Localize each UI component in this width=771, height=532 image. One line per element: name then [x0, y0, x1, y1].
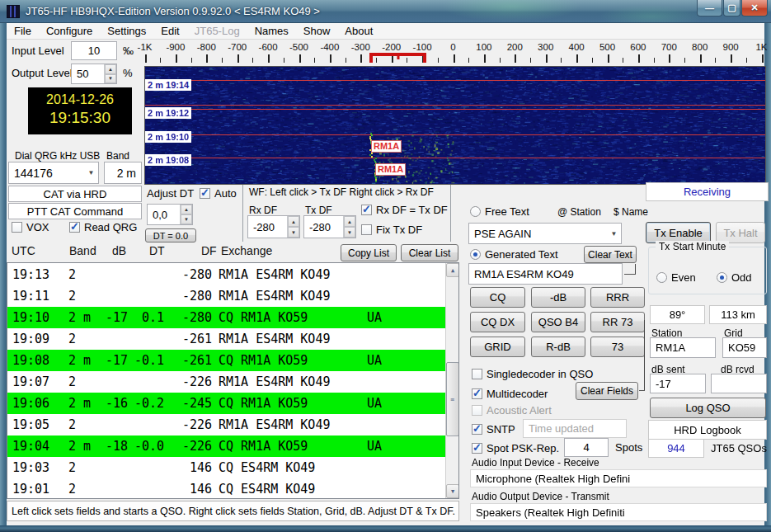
fix-tx-df-checkbox[interactable]: Fix Tx DF [361, 224, 422, 236]
table-row[interactable]: 19:102 m-170.1-280CQ RM1A KO59UA [7, 307, 445, 328]
menu-item-configure[interactable]: Configure [39, 23, 100, 40]
dial-qrg-combo[interactable]: 144176 ▼ [8, 162, 99, 184]
adjust-dt-auto-checkbox[interactable]: Auto [200, 187, 237, 200]
read-qrg-checkbox-box[interactable] [69, 222, 80, 233]
sntp-checkbox-box[interactable] [472, 424, 482, 435]
df-marker-bracket[interactable] [369, 53, 426, 63]
ptt-cat-command-field[interactable]: PTT CAT Command [8, 203, 142, 219]
menu-item-edit[interactable]: Edit [153, 23, 186, 40]
singledecoder-checkbox[interactable]: Singledecoder in QSO [472, 368, 593, 380]
clear-list-button[interactable]: Clear List [401, 244, 458, 261]
free-text-combo[interactable]: PSE AGAIN ▼ [468, 223, 622, 244]
table-row[interactable]: 19:012146CQ ES4RM KO49 [7, 478, 445, 499]
grid-field[interactable]: KO59 [722, 337, 767, 358]
macro-button-r-db[interactable]: R-dB [531, 337, 585, 357]
rx-df-stepper[interactable]: -280 ▲▼ [247, 215, 300, 238]
macro-button-rrr[interactable]: RRR [590, 287, 645, 308]
table-row[interactable]: 19:062 m-16-0.2-245CQ RM1A KO59UA [7, 393, 445, 414]
waterfall-callsign-label[interactable]: RM1A [375, 163, 406, 176]
menu-item-file[interactable]: File [7, 23, 39, 40]
vox-checkbox-box[interactable] [12, 222, 22, 233]
free-text-radio-box[interactable] [470, 206, 481, 217]
table-row[interactable]: 19:042 m-18-0.0-226CQ RM1A KO59UA [7, 435, 445, 457]
macro-button-qso-b4[interactable]: QSO B4 [531, 312, 585, 332]
menu-item-settings[interactable]: Settings [100, 23, 153, 40]
chevron-down-icon[interactable]: ▼ [84, 162, 98, 183]
col-header-df: DF [201, 244, 217, 257]
waterfall-display[interactable] [144, 66, 766, 185]
table-scrollbar[interactable]: ▲ ≡ ▼ [445, 263, 459, 498]
audio-output-field[interactable]: Speakers (Realtek High Definiti [470, 503, 767, 521]
maximize-button[interactable]: ▢ [723, 0, 740, 16]
fix-tx-df-checkbox-box[interactable] [361, 224, 372, 235]
odd-radio-box[interactable] [717, 272, 727, 283]
table-row[interactable]: 19:072-226RM1A ES4RM KO49 [7, 371, 445, 393]
log-qso-button[interactable]: Log QSO [650, 398, 766, 418]
copy-list-button[interactable]: Copy List [341, 244, 397, 261]
acoustic-alert-checkbox[interactable]: Acoustic Alert [472, 404, 552, 417]
close-button[interactable]: ✕ [741, 0, 768, 16]
macro-button-rr-73[interactable]: RR 73 [590, 312, 645, 332]
output-level-arrows[interactable]: ▲▼ [104, 64, 116, 83]
multidecoder-checkbox-box[interactable] [472, 388, 482, 399]
rx-eq-tx-checkbox-box[interactable] [361, 205, 372, 215]
scroll-up-arrow[interactable]: ▲ [446, 263, 459, 277]
odd-radio[interactable]: Odd [717, 271, 752, 284]
table-row[interactable]: 19:082 m-17-0.1-261CQ RM1A KO59UA [7, 350, 445, 371]
macro-button-73[interactable]: 73 [590, 337, 645, 357]
db-rcvd-field[interactable] [711, 374, 767, 393]
cell-utc: 19:10 [12, 307, 60, 328]
output-level-stepper[interactable]: 50 ▲▼ [71, 64, 117, 84]
minimize-button[interactable]: — [697, 0, 722, 16]
table-row[interactable]: 19:032146CQ ES4RM KO49 [7, 457, 445, 478]
station-field[interactable]: RM1A [650, 337, 716, 358]
macro-button--db[interactable]: -dB [531, 287, 585, 308]
clear-fields-button[interactable]: Clear Fields [576, 382, 638, 400]
chevron-down-icon[interactable]: ▼ [607, 224, 621, 243]
clear-text-button[interactable]: Clear Text [584, 246, 637, 263]
tx-df-stepper[interactable]: -280 ▲▼ [303, 215, 356, 238]
free-text-radio[interactable]: Free Text [470, 205, 529, 218]
table-row[interactable]: 19:092-261RM1A ES4RM KO49 [7, 328, 445, 350]
multidecoder-checkbox[interactable]: Multidecoder [472, 388, 548, 400]
rx-df-arrows[interactable]: ▲▼ [287, 216, 299, 238]
adjust-dt-stepper[interactable]: 0,0 ▲▼ [147, 204, 193, 225]
vox-checkbox[interactable]: VOX [12, 221, 49, 233]
dt-reset-button[interactable]: DT = 0.0 [145, 228, 196, 242]
spot-psk-checkbox-box[interactable] [472, 443, 482, 454]
waterfall-callsign-label[interactable]: RM1A [371, 140, 402, 153]
scroll-down-arrow[interactable]: ▼ [446, 484, 459, 498]
adjust-dt-arrows[interactable]: ▲▼ [180, 205, 192, 224]
tx-df-arrows[interactable]: ▲▼ [343, 216, 355, 238]
generated-text-radio-box[interactable] [470, 249, 481, 260]
macro-button-cq-dx[interactable]: CQ DX [470, 312, 525, 332]
cat-via-hrd-field[interactable]: CAT via HRD [8, 186, 142, 202]
rx-eq-tx-checkbox[interactable]: Rx DF = Tx DF [361, 204, 448, 216]
spot-psk-checkbox[interactable]: Spot PSK-Rep. [472, 442, 559, 454]
even-radio-box[interactable] [656, 272, 667, 283]
menu-item-about[interactable]: About [337, 23, 380, 40]
singledecoder-checkbox-box[interactable] [472, 369, 482, 379]
sntp-checkbox[interactable]: SNTP [472, 423, 515, 435]
macro-button-grid[interactable]: GRID [470, 337, 525, 357]
db-sent-field[interactable]: -17 [650, 374, 706, 393]
macro-button-cq[interactable]: CQ [470, 287, 525, 308]
cell-band: 2 [68, 285, 105, 307]
audio-input-field[interactable]: Microphone (Realtek High Defini [470, 469, 767, 487]
decode-table[interactable]: ▲ ≡ ▼ 19:132-280RM1A ES4RM KO4919:112-28… [7, 262, 459, 499]
acoustic-alert-checkbox-box[interactable] [472, 405, 482, 416]
generated-text-radio[interactable]: Generated Text [470, 248, 558, 261]
table-row[interactable]: 19:052-226RM1A ES4RM KO49 [7, 414, 445, 435]
scrollbar-thumb[interactable]: ≡ [446, 362, 459, 436]
input-level-field[interactable]: 10 [71, 41, 117, 60]
menu-item-jt65-log[interactable]: JT65-Log [187, 23, 247, 40]
table-row[interactable]: 19:132-280RM1A ES4RM KO49 [7, 264, 445, 285]
even-radio[interactable]: Even [656, 271, 696, 284]
title-bar[interactable]: JT65-HF HB9HQX-Edition Version 0.9.92.0 … [0, 0, 771, 23]
menu-item-names[interactable]: Names [247, 23, 296, 40]
menu-item-show[interactable]: Show [296, 23, 338, 40]
auto-checkbox-box[interactable] [200, 188, 210, 199]
generated-text-field[interactable]: RM1A ES4RM KO49 [468, 263, 623, 285]
table-row[interactable]: 19:112-280RM1A ES4RM KO49 [7, 285, 445, 307]
read-qrg-checkbox[interactable]: Read QRG [69, 221, 137, 233]
